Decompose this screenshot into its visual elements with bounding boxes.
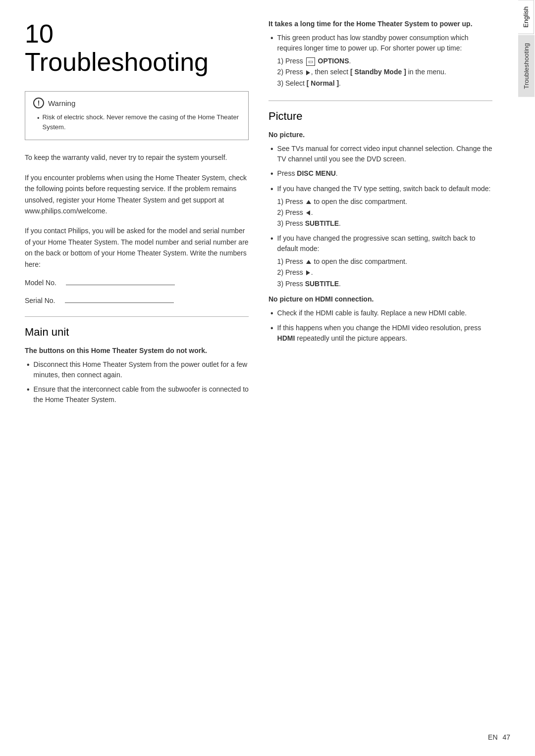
bullet: • [270,144,273,164]
no-hdmi-heading: No picture on HDMI connection. [268,295,492,303]
bullet: • [270,168,273,179]
main-unit-divider [25,316,249,317]
arrow-right-icon [306,70,310,75]
sub-item: 3) Press SUBTITLE. [277,218,492,229]
warning-item: • Risk of electric shock. Never remove t… [33,112,240,132]
power-list: • This green product has low standby pow… [268,33,492,89]
bullet: • [270,308,273,319]
model-no-line [66,285,175,285]
right-column: It takes a long time for the Home Theate… [268,20,492,736]
power-heading: It takes a long time for the Home Theate… [268,20,492,28]
list-item: • Check if the HDMI cable is faulty. Rep… [270,308,492,319]
page-number: EN 47 [488,733,510,741]
model-no-field: Model No. [25,279,249,287]
list-item: • Press DISC MENU. [270,168,492,179]
list-item: • If this happens when you change the HD… [270,323,492,344]
intro-para-1: To keep the warranty valid, never try to… [25,152,249,163]
serial-no-field: Serial No. [25,297,249,304]
list-item: • If you have changed the progressive sc… [270,233,492,289]
warning-box: ! Warning • Risk of electric shock. Neve… [25,91,249,140]
arrow-left-icon [306,210,310,215]
main-unit-heading: Main unit [25,326,249,339]
buttons-not-work-heading: The buttons on this Home Theater System … [25,347,249,354]
bullet: • [270,233,273,289]
no-picture-list: • See TVs manual for correct video input… [268,144,492,289]
sub-item: 3) Press SUBTITLE. [277,278,492,289]
no-picture-heading: No picture. [268,131,492,139]
sub-item: 1) Press to open the disc compartment. [277,256,492,267]
side-tab-troubleshooting: Troubleshooting [518,35,535,97]
sub-item: 2) Press . [277,207,492,218]
intro-para-2: If you encounter problems when using the… [25,172,249,217]
bullet-dot: • [37,113,40,132]
warning-icon: ! [33,98,44,108]
sub-item: 2) Press , then select [ Standby Mode ] … [277,66,492,77]
options-icon: ▭ [306,57,315,66]
list-item: • See TVs manual for correct video input… [270,144,492,164]
bullet: • [27,359,30,380]
main-content: 10 Troubleshooting ! Warning • Risk of e… [0,0,517,756]
sub-item: 3) Select [ Normal ]. [277,78,492,89]
arrow-right-icon [306,270,310,275]
list-item: • If you have changed the TV type settin… [270,184,492,229]
hdmi-list: • Check if the HDMI cable is faulty. Rep… [268,308,492,344]
list-item: • Ensure that the interconnect cable fro… [27,384,249,405]
side-tab-english: English [518,0,534,34]
warning-title: Warning [48,99,75,107]
list-item: • Disconnect this Home Theater System fr… [27,359,249,380]
chapter-title: 10 Troubleshooting [25,20,249,76]
sub-item: 1) Press ▭ OPTIONS. [277,55,492,66]
bullet: • [270,323,273,344]
side-tabs: English Troubleshooting [517,0,535,756]
bullet: • [270,33,273,89]
bullet: • [27,384,30,405]
left-column: 10 Troubleshooting ! Warning • Risk of e… [25,20,249,736]
power-sub-items: 1) Press ▭ OPTIONS. 2) Press , then sele… [277,55,492,89]
picture-heading: Picture [268,110,492,123]
intro-para-3: If you contact Philips, you will be aske… [25,225,249,270]
serial-no-line [65,302,174,303]
warning-header: ! Warning [33,98,240,108]
picture-divider [268,101,492,101]
arrow-up-icon [306,200,311,204]
bullet: • [270,184,273,229]
sub-item: 1) Press to open the disc compartment. [277,196,492,207]
progressive-sub-items: 1) Press to open the disc compartment. 2… [277,256,492,289]
arrow-up-icon [306,260,311,264]
main-unit-list: • Disconnect this Home Theater System fr… [25,359,249,405]
sub-item: 2) Press . [277,267,492,278]
tv-type-sub-items: 1) Press to open the disc compartment. 2… [277,196,492,229]
power-item-content: This green product has low standby power… [277,33,492,89]
list-item: • This green product has low standby pow… [270,33,492,89]
